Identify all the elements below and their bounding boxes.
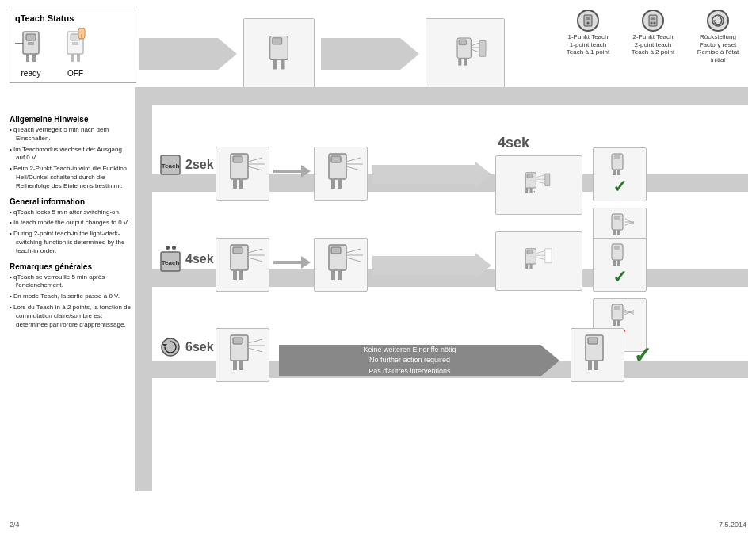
svg-rect-82 (331, 247, 341, 254)
row2-time-label: 4sek (185, 252, 214, 266)
svg-rect-94 (525, 264, 528, 269)
svg-rect-97 (614, 246, 620, 250)
svg-line-76 (248, 249, 262, 253)
svg-line-90 (536, 250, 544, 253)
svg-rect-89 (527, 250, 533, 254)
row3-no-further-arrow (540, 345, 559, 376)
row3-teach-btn: 6sek (158, 337, 214, 357)
top-arrow-body-2 (321, 38, 400, 70)
row3-checkmark: ✓ (633, 342, 651, 369)
svg-rect-1 (26, 34, 36, 40)
svg-rect-27 (586, 17, 590, 20)
legend-1-svg (580, 13, 596, 29)
svg-rect-118 (588, 361, 592, 370)
row2-result-sensor-icon (515, 238, 563, 285)
svg-rect-103 (617, 320, 620, 326)
row2-big-arrow (372, 253, 491, 278)
svg-rect-43 (239, 179, 243, 189)
info-english-title: General information (10, 197, 132, 206)
row2-check-device-icon (605, 243, 634, 266)
row2-device2 (314, 238, 368, 292)
legend-2-text: 2-Punkt Teach 2-point teach Teach à 2 po… (632, 33, 674, 56)
svg-rect-101 (614, 306, 620, 310)
row3-checkmark-wrap: ✓ (629, 328, 655, 382)
row2-cross-device-icon (605, 303, 634, 327)
svg-rect-99 (617, 260, 620, 266)
svg-rect-15 (273, 37, 282, 44)
svg-rect-66 (614, 216, 620, 220)
status-ready: ready (15, 28, 47, 78)
svg-rect-67 (613, 230, 616, 235)
info-german-bullet-1: • qTeach verriegelt 5 min nach dem Einsc… (10, 126, 132, 143)
top-flow (139, 12, 621, 95)
legend-reset-text: Rückstellung Factory reset Remise à l'ét… (689, 33, 746, 63)
svg-line-106 (623, 306, 634, 315)
svg-rect-19 (459, 40, 466, 45)
reset-icon (160, 337, 181, 357)
row1-big-arrow (372, 162, 491, 187)
svg-rect-86 (331, 270, 335, 280)
row1-teach-icon: Teach (158, 155, 182, 175)
svg-rect-95 (530, 264, 533, 269)
top-arrow-head-1 (218, 38, 237, 70)
ready-label: ready (21, 69, 40, 78)
row3-result-sensor (571, 328, 624, 382)
svg-text:Teach: Teach (162, 162, 180, 170)
top-arrow-body-1 (139, 38, 218, 70)
top-band (135, 87, 748, 105)
svg-rect-2 (28, 42, 34, 45)
no-further-box: Keine weiteren Eingriffe nötig No furthe… (279, 345, 540, 376)
top-device-right-icon (441, 30, 489, 78)
row3-reset-icon-wrap (158, 337, 182, 357)
row1-arrow-head (301, 165, 311, 178)
svg-rect-56 (545, 174, 550, 186)
row1-result-sensor-icon: L →D (515, 162, 563, 209)
left-v-band (135, 87, 152, 491)
row2-big-arrow-head (475, 253, 491, 278)
svg-rect-114 (233, 361, 237, 370)
svg-rect-17 (281, 59, 284, 69)
svg-rect-9 (72, 42, 78, 45)
info-french-bullet-1: • qTeach se verrouille 5 min après l'enc… (10, 273, 132, 291)
svg-rect-38 (233, 156, 242, 162)
svg-line-83 (346, 249, 361, 253)
info-french-bullet-2: • En mode Teach, la sortie passe à 0 V. (10, 292, 132, 301)
legend-reset-icon (707, 10, 729, 32)
row2-check-device (604, 242, 636, 267)
svg-line-46 (346, 158, 361, 162)
legend-2-icon (642, 10, 664, 32)
row2-device2-icon (317, 241, 365, 289)
row2-arrow-body (273, 261, 301, 264)
svg-rect-80 (239, 270, 243, 280)
row1-cross-device-icon (605, 212, 634, 236)
top-device-right (426, 18, 505, 90)
top-device-middle-icon (255, 30, 303, 78)
top-device-middle (243, 18, 315, 90)
row1-check-box: ✓ (593, 147, 647, 201)
row1-results: L →D (495, 136, 582, 215)
svg-rect-79 (233, 270, 237, 280)
row1-device2-icon (317, 150, 365, 197)
svg-rect-49 (331, 179, 335, 189)
off-sensor-icon (59, 28, 91, 67)
row2-device1-icon (219, 241, 266, 289)
row3-device (216, 328, 269, 382)
svg-line-113 (248, 348, 262, 352)
svg-line-53 (536, 174, 544, 177)
row2-check-box: ✓ (593, 238, 647, 292)
top-arrow-2 (321, 38, 419, 70)
svg-line-111 (248, 339, 262, 343)
svg-rect-16 (273, 59, 277, 69)
footer-page: 2/4 (10, 521, 20, 529)
info-german-bullet-3: • Beim 2-Punkt Teach-in wird die Funktio… (10, 165, 132, 190)
svg-rect-98 (613, 260, 616, 266)
row1-check-device-icon (605, 152, 634, 176)
row2-teach-btn: Teach 4sek (158, 246, 214, 272)
row2-checkmark: ✓ (613, 267, 627, 288)
status-off: OFF (59, 28, 91, 78)
svg-rect-10 (71, 54, 74, 62)
row2-result-device (495, 231, 582, 291)
row2-small-arrow (273, 256, 311, 269)
row2-dot-2 (172, 246, 176, 250)
legend-1-icon (577, 10, 599, 32)
